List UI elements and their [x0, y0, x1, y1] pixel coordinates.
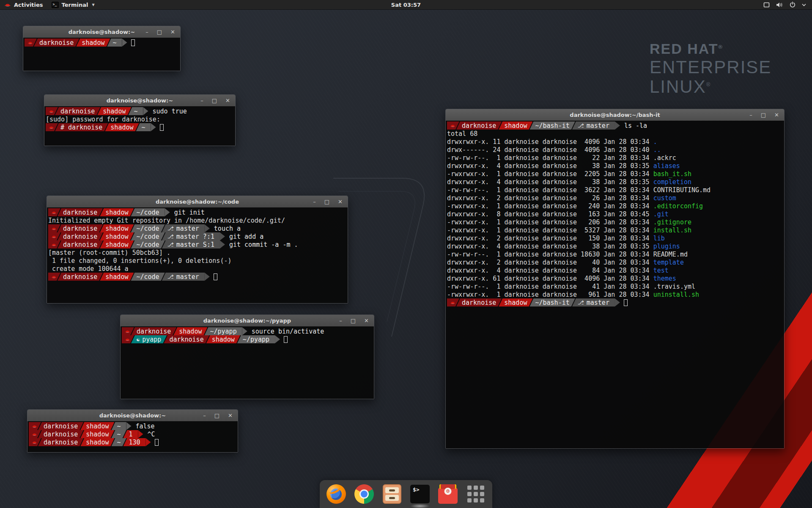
- prompt-segment-host: shadow: [80, 438, 114, 446]
- output-text: ..: [653, 146, 661, 154]
- app-menu-terminal[interactable]: >_ Terminal ▼: [47, 0, 99, 9]
- output-text: drwxrwxr-x. 61 darknoise darknoise 4096 …: [447, 274, 653, 282]
- prompt-arrow: [138, 430, 143, 438]
- output-text: .git: [653, 210, 669, 218]
- brand-redhat: RED HAT: [650, 41, 719, 57]
- prompt-segment-host: shadow: [173, 327, 207, 335]
- output-text: -rw-rw-r--. 1 darknoise darknoise 18630 …: [447, 250, 653, 258]
- chevron-down-icon: ▼: [92, 3, 94, 7]
- window-titlebar[interactable]: darknoise@shadow:~/code–□✕: [47, 196, 348, 208]
- window-titlebar[interactable]: darknoise@shadow:~–□✕: [44, 95, 235, 107]
- minimize-button[interactable]: –: [339, 318, 342, 323]
- prompt-segment-user: darknoise: [131, 327, 176, 335]
- output-text: uninstall.sh: [653, 290, 699, 298]
- output-line: drwx------. 24 darknoise darknoise 4096 …: [447, 146, 784, 154]
- output-text: themes: [653, 274, 676, 282]
- output-text: -rwxrwxr-x. 1 darknoise darknoise 5327 J…: [447, 226, 653, 234]
- activities-label: Activities: [14, 2, 43, 8]
- minimize-button[interactable]: –: [749, 112, 752, 118]
- activities-button[interactable]: Activities: [0, 0, 47, 9]
- output-text: -rwxrwxr-x. 1 darknoise darknoise 206 Ja…: [447, 218, 653, 226]
- terminal-app-icon: >_: [52, 2, 59, 8]
- prompt-segment-host: shadow: [80, 430, 114, 438]
- maximize-button[interactable]: □: [324, 199, 329, 204]
- output-line: drwxrwxr-x. 8 darknoise darknoise 163 Ja…: [447, 210, 784, 218]
- minimize-button[interactable]: –: [313, 199, 316, 204]
- output-text: drwxrwxr-x. 4 darknoise darknoise 38 Jan…: [447, 178, 653, 186]
- redhat-logo-icon: [4, 2, 11, 7]
- dock-toolbox-icon[interactable]: ⚙: [437, 483, 458, 505]
- prompt-line: darknoiseshadow~/code⎇master S:1git comm…: [48, 240, 348, 248]
- close-button[interactable]: ✕: [170, 29, 175, 35]
- prompt-segment-user: darknoise: [58, 232, 103, 240]
- output-line: -rwxrwxr-x. 1 darknoise darknoise 206 Ja…: [447, 218, 784, 226]
- maximize-button[interactable]: □: [351, 318, 356, 323]
- output-text: total 68: [447, 130, 477, 138]
- output-text: bash_it.sh: [653, 170, 691, 178]
- terminal-screen[interactable]: darknoiseshadow~sudo true[sudo] password…: [44, 106, 235, 146]
- close-button[interactable]: ✕: [228, 413, 233, 418]
- minimize-button[interactable]: –: [200, 98, 203, 103]
- output-line: -rw-rw-r--. 1 darknoise darknoise 3622 J…: [447, 186, 784, 194]
- git-branch-icon: ⎇: [578, 299, 584, 306]
- redhat-prompt-icon: [51, 226, 57, 230]
- prompt-segment-git: ⎇master: [162, 224, 205, 232]
- dock-files-icon[interactable]: [381, 483, 403, 505]
- output-line: drwxrwxr-x. 2 darknoise darknoise 26 Jan…: [447, 194, 784, 202]
- redhat-prompt-icon: [32, 432, 37, 436]
- prompt-line: # darknoiseshadow~: [46, 123, 235, 131]
- output-line: -rw-rw-r--. 1 darknoise darknoise 18630 …: [447, 250, 784, 258]
- window-titlebar[interactable]: darknoise@shadow:~/pyapp–□✕: [121, 315, 374, 327]
- git-branch-icon: ⎇: [167, 273, 174, 280]
- close-button[interactable]: ✕: [774, 112, 779, 118]
- prompt-line: darknoiseshadow~: [25, 39, 180, 47]
- file-manager-icon: [383, 484, 401, 504]
- window-titlebar[interactable]: darknoise@shadow:~–□✕: [27, 410, 238, 422]
- output-text: .ackrc: [653, 154, 676, 162]
- terminal-screen[interactable]: darknoiseshadow~falsedarknoiseshadow~1^C…: [27, 421, 238, 452]
- minimize-button[interactable]: –: [203, 413, 206, 418]
- redhat-prompt-icon: [32, 440, 37, 444]
- close-button[interactable]: ✕: [364, 318, 369, 323]
- close-button[interactable]: ✕: [338, 199, 343, 204]
- prompt-segment-git: ⎇master S:1: [162, 240, 220, 248]
- dock-terminal-icon[interactable]: $>: [409, 483, 431, 505]
- maximize-button[interactable]: □: [157, 29, 162, 35]
- minimize-button[interactable]: –: [145, 29, 148, 35]
- window-titlebar[interactable]: darknoise@shadow:~–□✕: [23, 26, 180, 38]
- dock-chrome-icon[interactable]: [354, 483, 375, 505]
- prompt-segment-host: shadow: [100, 208, 134, 216]
- maximize-button[interactable]: □: [761, 112, 766, 118]
- terminal-screen[interactable]: darknoiseshadow~: [23, 38, 180, 71]
- redhat-prompt-icon: [51, 275, 57, 279]
- output-text: drwxrwxr-x. 4 darknoise darknoise 38 Jan…: [447, 162, 653, 170]
- maximize-button[interactable]: □: [212, 98, 217, 103]
- window-controls: –□✕: [749, 109, 779, 121]
- maximize-button[interactable]: □: [214, 413, 219, 418]
- prompt-arrow: [165, 208, 170, 216]
- prompt-arrow: [205, 224, 210, 232]
- terminal-screen[interactable]: darknoiseshadow~/pyappsource bin/activat…: [121, 326, 374, 399]
- close-button[interactable]: ✕: [225, 98, 230, 103]
- output-line: drwxrwxr-x. 4 darknoise darknoise 84 Jan…: [447, 266, 784, 274]
- output-line: drwxrwxr-x. 4 darknoise darknoise 38 Jan…: [447, 242, 784, 250]
- output-text: drwxrwxr-x. 4 darknoise darknoise 84 Jan…: [447, 266, 653, 274]
- window-titlebar[interactable]: darknoise@shadow:~/bash-it–□✕: [446, 109, 784, 121]
- prompt-segment-path: ~/bash-it: [529, 298, 575, 306]
- window-title: darknoise@shadow:~/pyapp: [203, 318, 291, 324]
- terminal-window-pyapp: darknoise@shadow:~/pyapp–□✕darknoiseshad…: [120, 315, 374, 399]
- dock-app-grid-icon[interactable]: [465, 483, 486, 505]
- clock[interactable]: Sat 03:57: [391, 2, 421, 8]
- python-venv-icon: ☯: [137, 337, 140, 342]
- system-status-area[interactable]: [757, 0, 812, 9]
- dock: $> ⚙: [320, 480, 492, 508]
- terminal-screen[interactable]: darknoiseshadow~/bash-it⎇masterls -latot…: [446, 121, 784, 448]
- terminal-window-bashit: darknoise@shadow:~/bash-it–□✕darknoisesh…: [445, 109, 785, 449]
- dock-firefox-icon[interactable]: [326, 483, 347, 505]
- window-title: darknoise@shadow:~: [99, 412, 166, 419]
- prompt-segment-host: shadow: [105, 123, 139, 131]
- prompt-segment-git: ⎇master: [572, 121, 615, 130]
- output-line: drwxrwxr-x. 4 darknoise darknoise 38 Jan…: [447, 178, 784, 186]
- prompt-segment-path: ~/code: [131, 224, 165, 232]
- terminal-screen[interactable]: darknoiseshadow~/codegit initInitialized…: [47, 207, 348, 303]
